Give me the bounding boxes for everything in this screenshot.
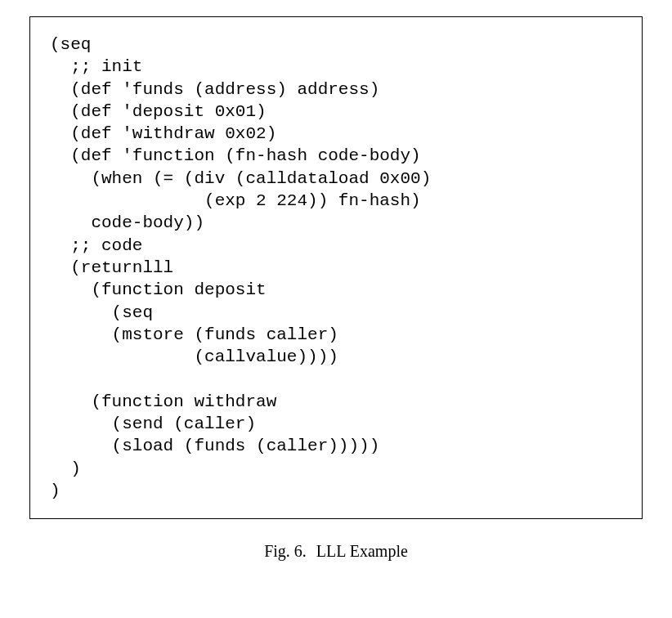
code-line: (def 'deposit 0x01) [50,102,267,121]
code-line: ;; code [50,236,142,255]
figure-title: LLL Example [316,542,408,560]
code-line: (when (= (div (calldataload 0x00) [50,169,431,188]
code-line: (function deposit [50,280,267,299]
code-line: (returnlll [50,258,173,277]
code-line: (seq [50,35,91,54]
code-line: (mstore (funds caller) [50,325,338,344]
code-line: (function withdraw [50,392,276,411]
code-line: (seq [50,303,153,322]
code-line: ) [50,459,81,478]
code-listing-box: (seq ;; init (def 'funds (address) addre… [29,16,643,519]
figure-label: Fig. 6. [264,542,307,560]
code-line: (exp 2 224)) fn-hash) [50,191,421,210]
code-line: code-body)) [50,213,204,232]
code-line: ) [50,481,60,500]
code-line: (def 'withdraw 0x02) [50,124,276,143]
code-line: (def 'function (fn-hash code-body) [50,146,421,165]
code-line: ;; init [50,57,142,76]
code-line: (sload (funds (caller))))) [50,437,379,455]
figure-caption: Fig. 6.LLL Example [16,542,656,561]
code-line: (callvalue)))) [50,347,338,366]
code-line: (send (caller) [50,414,256,433]
code-line: (def 'funds (address) address) [50,80,379,99]
